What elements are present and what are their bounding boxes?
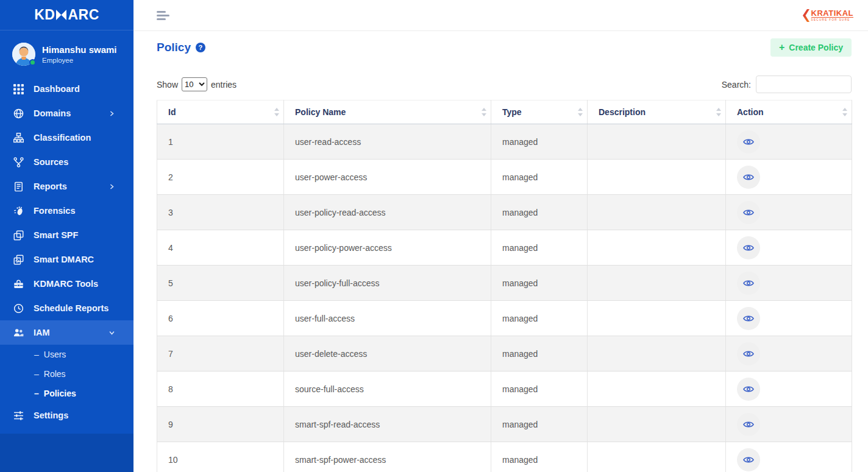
- sidebar-item-smart-spf[interactable]: Smart SPF: [0, 223, 133, 247]
- eye-icon: [743, 384, 754, 395]
- view-policy-button[interactable]: [737, 378, 760, 401]
- sidebar: KD ARC Himanshu swami Employe: [0, 0, 133, 472]
- cell-description: [588, 266, 726, 301]
- sidebar-item-iam[interactable]: IAM: [0, 320, 133, 345]
- sidebar-item-label: Reports: [34, 181, 67, 191]
- view-policy-button[interactable]: [737, 130, 760, 153]
- cell-policy-name: user-policy-read-access: [284, 195, 491, 230]
- cell-action: [726, 230, 852, 266]
- cell-description: [588, 372, 726, 407]
- cell-description: [588, 301, 726, 336]
- sidebar-item-classification[interactable]: Classification: [0, 125, 133, 150]
- view-policy-button[interactable]: [737, 201, 760, 224]
- logo-text-kd: KD: [34, 7, 55, 23]
- cell-action: [726, 336, 852, 372]
- cell-type: managed: [491, 266, 588, 301]
- app-logo[interactable]: KD ARC: [0, 0, 133, 30]
- cell-id: 1: [157, 124, 284, 160]
- sidebar-item-label: Domains: [34, 108, 71, 118]
- sidebar-item-label: Classification: [34, 133, 91, 143]
- user-name: Himanshu swami: [42, 44, 117, 55]
- kdmarc-bowtie-icon: [55, 10, 67, 20]
- footprint-icon: [13, 206, 24, 216]
- entries-select[interactable]: 10: [182, 77, 207, 91]
- sidebar-item-settings[interactable]: Settings: [0, 403, 133, 428]
- sidebar-item-dashboard[interactable]: Dashboard: [0, 77, 133, 101]
- view-policy-button[interactable]: [737, 236, 760, 259]
- logo-text-arc: ARC: [68, 7, 99, 23]
- cell-type: managed: [491, 442, 588, 472]
- sidebar-item-schedule-reports[interactable]: Schedule Reports: [0, 296, 133, 320]
- page-title: Policy ?: [157, 41, 205, 54]
- cell-type: managed: [491, 372, 588, 407]
- sidebar-item-smart-dmarc[interactable]: Smart DMARC: [0, 247, 133, 272]
- user-profile: Himanshu swami Employee: [0, 30, 133, 67]
- table-row: 10 smart-spf-power-access managed: [157, 442, 852, 472]
- cell-id: 3: [157, 195, 284, 230]
- sidebar-subitem-roles[interactable]: – Roles: [0, 364, 133, 384]
- sidebar-item-reports[interactable]: Reports: [0, 174, 133, 199]
- search-control: Search:: [722, 76, 852, 93]
- sidebar-item-kdmarc-tools[interactable]: KDMARC Tools: [0, 272, 133, 296]
- sidebar-subitem-policies[interactable]: – Policies: [0, 384, 133, 403]
- hamburger-menu-icon[interactable]: [157, 9, 170, 22]
- topbar: KRATIKAL SECURE FOR SURE: [133, 0, 868, 31]
- sidebar-subitem-users[interactable]: – Users: [0, 345, 133, 364]
- sidebar-item-label: Dashboard: [34, 84, 80, 94]
- cell-id: 2: [157, 160, 284, 195]
- cell-type: managed: [491, 124, 588, 160]
- cell-id: 9: [157, 407, 284, 442]
- cell-type: managed: [491, 336, 588, 372]
- sidebar-item-label: Sources: [34, 157, 68, 167]
- page-length-control: Show 10 entries: [157, 77, 237, 91]
- cell-action: [726, 372, 852, 407]
- kratikal-ribbon-icon: [802, 9, 809, 22]
- plus-icon: +: [779, 42, 784, 53]
- chevron-down-icon: [108, 329, 115, 336]
- main-area: KRATIKAL SECURE FOR SURE Policy ? + Crea…: [133, 0, 868, 472]
- user-role: Employee: [42, 57, 117, 64]
- sidebar-item-sources[interactable]: Sources: [0, 150, 133, 174]
- toolbox-icon: [13, 279, 24, 289]
- grid-icon: [13, 84, 24, 94]
- cell-description: [588, 124, 726, 160]
- column-header-description[interactable]: Description: [588, 100, 726, 124]
- help-icon[interactable]: ?: [196, 43, 205, 52]
- cell-action: [726, 266, 852, 301]
- sidebar-item-label: Smart SPF: [34, 230, 78, 240]
- cell-policy-name: source-full-access: [284, 372, 491, 407]
- cell-policy-name: user-full-access: [284, 301, 491, 336]
- submenu-label: Users: [44, 350, 66, 359]
- sidebar-item-label: KDMARC Tools: [34, 279, 98, 289]
- create-policy-button[interactable]: + Create Policy: [770, 38, 852, 57]
- view-policy-button[interactable]: [737, 413, 760, 436]
- cell-policy-name: smart-spf-power-access: [284, 442, 491, 472]
- cell-description: [588, 407, 726, 442]
- cell-action: [726, 195, 852, 230]
- table-row: 3 user-policy-read-access managed: [157, 195, 852, 230]
- eye-icon: [743, 172, 754, 183]
- table-row: 2 user-power-access managed: [157, 160, 852, 195]
- sort-icon: [482, 107, 486, 117]
- sidebar-item-label: Schedule Reports: [34, 303, 108, 313]
- column-header-id[interactable]: Id: [157, 100, 284, 124]
- sidebar-item-forensics[interactable]: Forensics: [0, 199, 133, 223]
- column-header-action[interactable]: Action: [726, 100, 852, 124]
- view-policy-button[interactable]: [737, 272, 760, 295]
- brand-name: KRATIKAL: [811, 9, 853, 18]
- view-policy-button[interactable]: [737, 342, 760, 365]
- view-policy-button[interactable]: [737, 307, 760, 330]
- search-input[interactable]: [756, 76, 852, 93]
- sidebar-item-domains[interactable]: Domains: [0, 101, 133, 125]
- submenu-label: Policies: [44, 389, 76, 398]
- cell-type: managed: [491, 230, 588, 266]
- table-row: 5 user-policy-full-access managed: [157, 266, 852, 301]
- column-header-type[interactable]: Type: [491, 100, 588, 124]
- table-row: 4 user-policy-power-access managed: [157, 230, 852, 266]
- eye-icon: [743, 278, 754, 289]
- view-policy-button[interactable]: [737, 166, 760, 189]
- chevron-right-icon: [108, 110, 115, 117]
- copy-refresh-icon: [13, 255, 24, 265]
- view-policy-button[interactable]: [737, 448, 760, 471]
- column-header-policy-name[interactable]: Policy Name: [284, 100, 491, 124]
